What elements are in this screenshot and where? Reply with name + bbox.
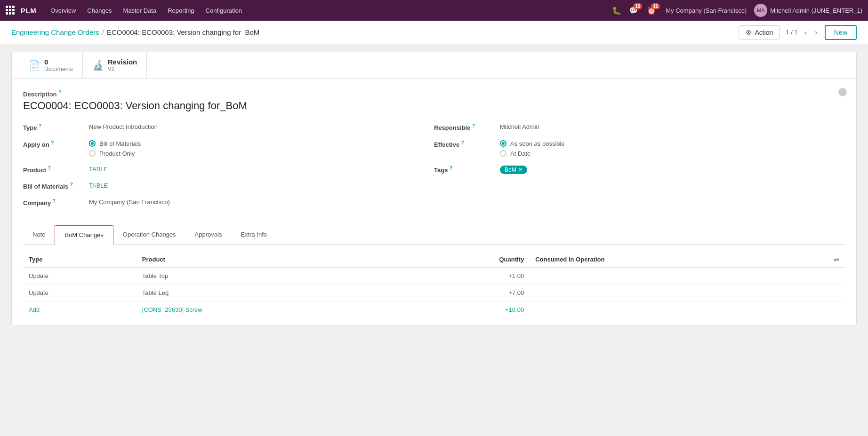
effective-asap-option[interactable]: As soon as possible [500, 140, 845, 147]
tab-operation-changes[interactable]: Operation Changes [113, 225, 185, 245]
table-row: Update Table Top +1.00 [23, 267, 845, 284]
smart-buttons-bar: 📄 0 Documents 🔬 Revision V2 [12, 52, 856, 79]
row1-type: Update [23, 267, 137, 284]
user-name: Mitchell Admin (JUNE_ENTER_1) [770, 7, 862, 14]
row2-product: Table Leg [137, 284, 398, 301]
row1-operation [530, 267, 845, 284]
effective-date-radio[interactable] [500, 150, 506, 157]
tags-value: BoM ✕ [500, 164, 845, 174]
next-arrow[interactable]: › [811, 27, 821, 38]
bom-row: Bill of Materials ? TABLE [23, 180, 426, 190]
nav-changes[interactable]: Changes [82, 5, 116, 16]
messages-icon[interactable]: 💬 10 [629, 6, 638, 15]
row3-operation [530, 301, 845, 318]
bom-tag[interactable]: BoM ✕ [500, 166, 527, 174]
breadcrumb-separator: / [102, 28, 104, 36]
tab-extra-info[interactable]: Extra Info [231, 225, 276, 245]
apply-on-value: Bill of Materials Product Only [89, 138, 426, 157]
effective-date-label: At Date [510, 150, 530, 157]
company-value: My Company (San Francisco) [89, 197, 426, 206]
apply-on-label: Apply on ? [23, 138, 89, 148]
effective-asap-radio[interactable] [500, 140, 506, 147]
app-menu-icon[interactable] [6, 6, 15, 15]
responsible-row: Responsible ? Mitchell Admin [434, 121, 845, 131]
apply-on-row: Apply on ? Bill of Materials [23, 138, 426, 157]
documents-count: 0 [44, 58, 73, 66]
responsible-value: Mitchell Admin [500, 121, 845, 130]
form-section: Description ? ECO0004: ECO0003: Version … [12, 79, 856, 225]
tab-note[interactable]: Note [23, 225, 55, 245]
form-grid: Type ? New Product Introduction Apply on… [23, 121, 845, 213]
user-avatar: MA [754, 4, 767, 17]
bom-value[interactable]: TABLE [89, 180, 426, 189]
new-button[interactable]: New [825, 25, 857, 40]
tag-remove-icon[interactable]: ✕ [518, 166, 522, 173]
effective-row: Effective ? As soon as possible [434, 138, 845, 157]
apply-product-option[interactable]: Product Only [89, 150, 426, 157]
user-menu[interactable]: MA Mitchell Admin (JUNE_ENTER_1) [754, 4, 862, 17]
prev-arrow[interactable]: ‹ [801, 27, 811, 38]
documents-smart-button[interactable]: 📄 0 Documents [19, 52, 83, 78]
apply-product-label: Product Only [99, 150, 135, 157]
gear-icon: ⚙ [746, 29, 752, 36]
tags-row: Tags ? BoM ✕ [434, 164, 845, 174]
nav-arrows: 1 / 1 ‹ › [784, 27, 821, 38]
tab-approvals[interactable]: Approvals [185, 225, 232, 245]
nav-master-data[interactable]: Master Data [118, 5, 161, 16]
revision-smart-button[interactable]: 🔬 Revision V2 [83, 52, 147, 78]
product-label: Product ? [23, 164, 89, 174]
product-row: Product ? TABLE [23, 164, 426, 174]
nav-reporting[interactable]: Reporting [163, 5, 199, 16]
effective-asap-label: As soon as possible [510, 140, 565, 147]
breadcrumb-bar: Engineering Change Orders / ECO0004: ECO… [0, 21, 868, 44]
bom-changes-table: Type Product Quantity Consumed in Operat… [23, 252, 845, 318]
action-button[interactable]: ⚙ Action [739, 25, 780, 40]
table-row: Update Table Leg +7.00 [23, 284, 845, 301]
table-section: Type Product Quantity Consumed in Operat… [12, 245, 856, 325]
alerts-icon[interactable]: ⏰ 16 [647, 6, 656, 15]
description-label: Description ? [23, 90, 845, 98]
responsible-label: Responsible ? [434, 121, 500, 131]
bug-icon[interactable]: 🐛 [612, 6, 621, 15]
effective-date-option[interactable]: At Date [500, 150, 845, 157]
nav-overview[interactable]: Overview [46, 5, 80, 16]
col-operation: Consumed in Operation ⇌ [530, 252, 845, 268]
row2-type: Update [23, 284, 137, 301]
effective-radio-group: As soon as possible At Date [500, 140, 845, 157]
company-name: My Company (San Francisco) [666, 7, 747, 14]
apply-on-radio-group: Bill of Materials Product Only [89, 140, 426, 157]
tab-bom-changes[interactable]: BoM Changes [55, 225, 113, 245]
type-row: Type ? New Product Introduction [23, 121, 426, 131]
col-product: Product [137, 252, 398, 268]
tag-label: BoM [505, 166, 516, 173]
nav-configuration[interactable]: Configuration [201, 5, 247, 16]
row3-product[interactable]: [CONS_25630] Screw [137, 301, 398, 318]
col-type: Type [23, 252, 137, 268]
form-card: 📄 0 Documents 🔬 Revision V2 Description … [11, 52, 857, 326]
breadcrumb-actions: ⚙ Action 1 / 1 ‹ › New [739, 25, 857, 40]
apply-bom-label: Bill of Materials [99, 140, 141, 147]
documents-label: Documents [44, 66, 73, 72]
row2-operation [530, 284, 845, 301]
page-indicator: 1 / 1 [786, 29, 797, 36]
table-row: Add [CONS_25630] Screw +10.00 [23, 301, 845, 318]
row3-qty: +10.00 [398, 301, 530, 318]
main-content: 📄 0 Documents 🔬 Revision V2 Description … [0, 44, 868, 333]
breadcrumb-parent[interactable]: Engineering Change Orders [11, 28, 99, 36]
product-value[interactable]: TABLE [89, 164, 426, 173]
bom-label: Bill of Materials ? [23, 180, 89, 190]
apply-product-radio[interactable] [89, 150, 96, 157]
apply-bom-option[interactable]: Bill of Materials [89, 140, 426, 147]
col-quantity: Quantity [398, 252, 530, 268]
breadcrumb: Engineering Change Orders / ECO0004: ECO… [11, 28, 259, 36]
breadcrumb-current: ECO0004: ECO0003: Version changing for_B… [107, 28, 259, 36]
row1-qty: +1.00 [398, 267, 530, 284]
company-label: Company ? [23, 197, 89, 206]
messages-badge: 10 [633, 3, 642, 9]
effective-label: Effective ? [434, 138, 500, 148]
apply-bom-radio[interactable] [89, 140, 96, 147]
sort-icon[interactable]: ⇌ [834, 256, 839, 263]
company-row: Company ? My Company (San Francisco) [23, 197, 426, 206]
type-label: Type ? [23, 121, 89, 131]
top-navigation: PLM Overview Changes Master Data Reporti… [0, 0, 868, 21]
